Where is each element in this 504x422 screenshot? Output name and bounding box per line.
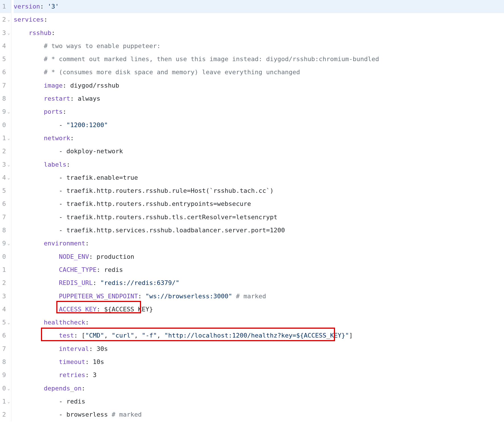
code-line: retries: 3 (14, 369, 504, 382)
code-line: - traefik.http.routers.rsshub.rule=Host(… (14, 184, 504, 197)
yaml-key: interval (59, 342, 89, 355)
yaml-comment: # marked (236, 290, 266, 303)
code-line: healthcheck: (14, 316, 504, 329)
line-number: 9 (2, 105, 6, 118)
gutter-row: 4 (0, 40, 11, 53)
gutter-row: 4 (0, 303, 11, 316)
code-line: # * (consumes more disk space and memory… (14, 66, 504, 79)
gutter-row: 8 (0, 224, 11, 237)
yaml-value: browserless (66, 408, 108, 421)
code-line: restart: always (14, 92, 504, 105)
gutter-row: 1 (0, 263, 11, 276)
yaml-string: '3' (47, 0, 59, 13)
gutter-row: 2 (0, 145, 11, 158)
fold-icon[interactable]: ⌄ (7, 132, 10, 145)
line-number: 6 (2, 197, 6, 210)
yaml-key: ACCESS_KEY (59, 303, 96, 316)
yaml-dash: - (59, 408, 67, 421)
fold-icon[interactable]: ⌄ (7, 237, 10, 250)
line-number: 7 (2, 342, 6, 355)
gutter-row: 0 (0, 250, 11, 263)
fold-icon[interactable]: ⌄ (7, 26, 10, 40)
yaml-dash: - (59, 119, 67, 132)
line-number: 5 (2, 316, 6, 329)
line-number: 8 (2, 92, 6, 105)
gutter-row: 9⌄ (0, 237, 11, 250)
yaml-dash: - (59, 211, 67, 224)
code-area[interactable]: version: '3' services: rsshub: # two way… (11, 0, 504, 421)
gutter-row: 6 (0, 66, 11, 79)
line-number: 9 (2, 237, 6, 250)
code-line: image: diygod/rsshub (14, 79, 504, 92)
code-line: - "1200:1200" (14, 119, 504, 132)
code-line: - browserless # marked (14, 408, 504, 421)
code-line: - traefik.http.services.rsshub.loadbalan… (14, 224, 504, 237)
line-number: 6 (2, 66, 6, 79)
gutter-row: 5 (0, 53, 11, 66)
fold-icon[interactable]: ⌄ (7, 316, 10, 329)
yaml-value: ${ACCESS_KEY} (104, 303, 153, 316)
code-line: interval: 30s (14, 342, 504, 355)
yaml-value: dokploy-network (66, 145, 123, 158)
line-number: 2 (2, 13, 6, 26)
yaml-key: restart (44, 92, 70, 105)
gutter-row: 9 (0, 369, 11, 382)
fold-icon[interactable]: ⌄ (7, 13, 10, 26)
yaml-dash: - (59, 224, 67, 237)
gutter-row: 8 (0, 355, 11, 369)
line-number: 4 (2, 303, 6, 316)
gutter-row: 5 (0, 184, 11, 197)
line-number: 4 (2, 40, 6, 53)
yaml-value: 30s (96, 342, 108, 355)
yaml-dash: - (59, 171, 67, 184)
line-number: 2 (2, 408, 6, 421)
yaml-key: NODE_ENV (59, 250, 89, 263)
yaml-dash: - (59, 184, 67, 197)
gutter-row: 2 (0, 408, 11, 421)
yaml-value: production (96, 250, 134, 263)
code-line: REDIS_URL: "redis://redis:6379/" (14, 276, 504, 289)
fold-icon[interactable]: ⌄ (7, 382, 10, 395)
code-line: CACHE_TYPE: redis (14, 263, 504, 276)
yaml-value: traefik.http.routers.rsshub.entrypoints=… (66, 197, 251, 210)
code-line: ACCESS_KEY: ${ACCESS_KEY} (14, 303, 504, 316)
gutter-row: 1 (0, 0, 11, 13)
gutter-row: 5⌄ (0, 316, 11, 329)
code-line: # two ways to enable puppeteer: (14, 40, 504, 53)
yaml-value: traefik.http.routers.rsshub.rule=Host(`r… (66, 184, 273, 197)
fold-icon[interactable]: ⌄ (7, 395, 10, 408)
yaml-key: healthcheck (44, 316, 85, 329)
line-number: 7 (2, 79, 6, 92)
yaml-key: timeout (59, 355, 85, 369)
code-line: depends_on: (14, 382, 504, 395)
yaml-string: "ws://browserless:3000" (146, 290, 232, 303)
fold-icon[interactable]: ⌄ (7, 158, 10, 171)
yaml-key: ports (44, 105, 63, 118)
line-number: 2 (2, 145, 6, 158)
fold-icon[interactable]: ⌄ (7, 171, 10, 184)
line-number: 3 (2, 290, 6, 303)
line-number: 0 (2, 382, 6, 395)
code-line: timeout: 10s (14, 355, 504, 369)
code-line: environment: (14, 237, 504, 250)
line-number: 0 (2, 119, 6, 132)
code-line: - redis (14, 395, 504, 408)
gutter-row: 6 (0, 197, 11, 210)
gutter-row: 3⌄ (0, 26, 11, 40)
yaml-value: always (78, 92, 100, 105)
yaml-string: "redis://redis:6379/" (100, 276, 179, 289)
line-gutter: 12⌄3⌄456789⌄01⌄23⌄4⌄56789⌄012345⌄67890⌄1… (0, 0, 11, 421)
line-number: 8 (2, 224, 6, 237)
line-number: 1 (2, 132, 6, 145)
yaml-comment: # * (consumes more disk space and memory… (44, 66, 300, 79)
fold-icon[interactable]: ⌄ (7, 105, 10, 118)
yaml-key: image (44, 79, 63, 92)
line-number: 6 (2, 329, 6, 342)
code-editor: 12⌄3⌄456789⌄01⌄23⌄4⌄56789⌄012345⌄67890⌄1… (0, 0, 504, 421)
yaml-value: diygod/rsshub (70, 79, 119, 92)
yaml-value: traefik.enable=true (66, 171, 138, 184)
gutter-row: 2⌄ (0, 13, 11, 26)
line-number: 1 (2, 395, 6, 408)
line-number: 7 (2, 211, 6, 224)
code-line: rsshub: (14, 26, 504, 40)
